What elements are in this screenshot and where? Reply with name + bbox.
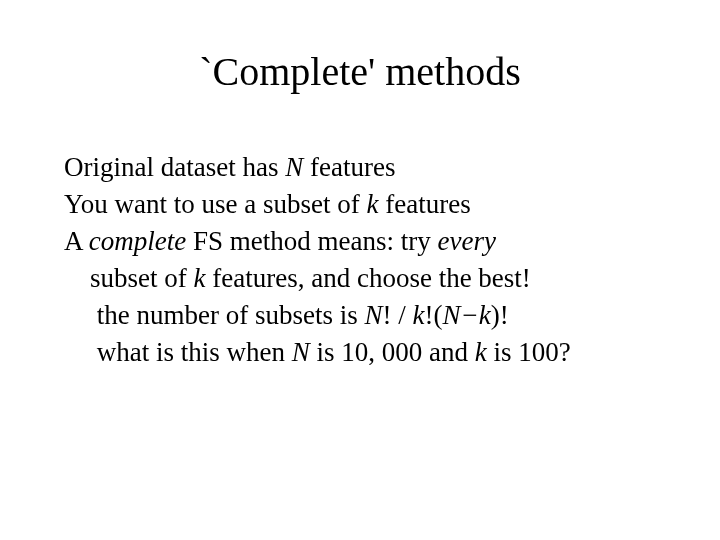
slide-title: `Complete' methods <box>0 48 720 95</box>
line-2: You want to use a subset of k features <box>64 187 664 222</box>
var-k: k <box>367 189 379 219</box>
text: what is this when <box>97 337 292 367</box>
var-k: k <box>194 263 206 293</box>
text: You want to use a subset of <box>64 189 367 219</box>
line-4: subset of k features, and choose the bes… <box>64 261 664 296</box>
var-n-minus-k: N−k <box>442 300 490 330</box>
text: subset of <box>90 263 194 293</box>
text: is 100? <box>487 337 571 367</box>
line-5: the number of subsets is N! / k!(N−k)! <box>64 298 664 333</box>
var-k: k <box>475 337 487 367</box>
text: is 10, 000 and <box>310 337 475 367</box>
var-n: N <box>364 300 382 330</box>
var-k: k <box>413 300 425 330</box>
text: FS method means: try <box>186 226 437 256</box>
text: A <box>64 226 89 256</box>
text: !( <box>424 300 442 330</box>
line-1: Original dataset has N features <box>64 150 664 185</box>
line-6: what is this when N is 10, 000 and k is … <box>64 335 664 370</box>
text: features, and choose the best! <box>205 263 530 293</box>
line-3: A complete FS method means: try every <box>64 224 664 259</box>
word-every: every <box>437 226 495 256</box>
var-n: N <box>285 152 303 182</box>
text: features <box>378 189 470 219</box>
text: features <box>303 152 395 182</box>
slide-body: Original dataset has N features You want… <box>64 150 664 373</box>
text: the number of subsets is <box>97 300 365 330</box>
text: Original dataset has <box>64 152 285 182</box>
slide: `Complete' methods Original dataset has … <box>0 0 720 540</box>
text: ! / <box>383 300 413 330</box>
text: )! <box>491 300 509 330</box>
word-complete: complete <box>89 226 186 256</box>
var-n: N <box>292 337 310 367</box>
